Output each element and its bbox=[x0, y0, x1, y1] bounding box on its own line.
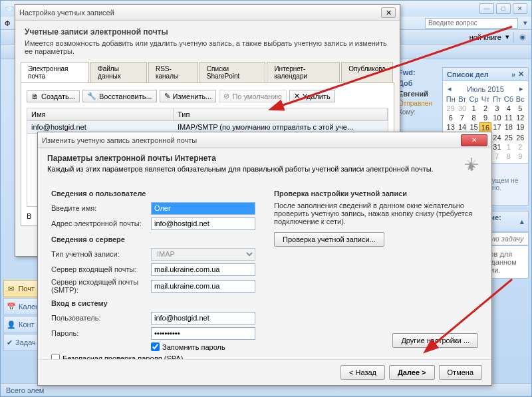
cancel-button[interactable]: Отмена bbox=[439, 365, 482, 380]
default-button[interactable]: ⊘По умолчанию bbox=[219, 90, 286, 102]
tab-calendars[interactable]: Интернет-календари bbox=[267, 62, 340, 82]
nav-tasks[interactable]: ✔Задач bbox=[3, 334, 38, 351]
cal-day[interactable]: 5 bbox=[515, 104, 526, 113]
cal-day[interactable]: 12 bbox=[515, 113, 526, 122]
cal-day[interactable]: 31 bbox=[491, 142, 503, 152]
msg-to-label: Кому: bbox=[398, 108, 438, 116]
menu-file[interactable]: Ф bbox=[5, 19, 10, 27]
minimize-button[interactable]: — bbox=[479, 3, 494, 14]
back-button[interactable]: < Назад bbox=[340, 365, 385, 380]
cal-day[interactable]: 29 bbox=[445, 104, 456, 113]
dlg1-titlebar: Настройка учетных записей ✕ bbox=[15, 5, 400, 21]
tab-rss[interactable]: RSS-каналы bbox=[148, 62, 198, 82]
tab-email[interactable]: Электронная почта bbox=[21, 62, 89, 82]
select-acct-type: IMAP bbox=[151, 248, 255, 261]
chk-remember[interactable] bbox=[151, 342, 160, 351]
dlg2-subtext: Каждый из этих параметров является обяза… bbox=[47, 165, 461, 173]
cal-day[interactable]: 7 bbox=[491, 152, 503, 161]
cal-day[interactable]: 19 bbox=[515, 122, 526, 133]
section-login: Вход в систему bbox=[51, 299, 255, 307]
cal-day[interactable]: 18 bbox=[503, 122, 514, 133]
cal-day[interactable]: 30 bbox=[456, 104, 467, 113]
dlg2-form: Сведения о пользователе Введите имя: Адр… bbox=[38, 180, 491, 369]
tab-data-files[interactable]: Файлы данных bbox=[90, 62, 147, 82]
cal-day[interactable]: 9 bbox=[479, 113, 491, 122]
help-icon[interactable]: ◉ bbox=[518, 33, 527, 42]
tasks-icon: ✔ bbox=[7, 338, 13, 347]
cal-day[interactable]: 2 bbox=[515, 142, 526, 152]
input-user[interactable] bbox=[151, 312, 255, 325]
cal-prev-icon[interactable]: ◂ bbox=[445, 84, 454, 93]
help-search[interactable] bbox=[425, 18, 518, 29]
check-icon: ⊘ bbox=[223, 92, 229, 100]
next-button[interactable]: Далее > bbox=[389, 365, 435, 380]
lbl-user: Пользователь: bbox=[51, 314, 151, 322]
nav-contacts[interactable]: 👤Конт bbox=[3, 316, 38, 333]
cal-day[interactable]: 1 bbox=[468, 104, 479, 113]
cal-day[interactable]: 24 bbox=[491, 133, 503, 142]
dlg1-heading: Учетные записи электронной почты bbox=[25, 27, 390, 37]
edit-button[interactable]: ✎Изменить... bbox=[160, 90, 217, 102]
right-form-col: Проверка настройки учетной записи После … bbox=[274, 184, 478, 365]
mail-icon: ✉ bbox=[7, 284, 15, 293]
help-search-input[interactable] bbox=[428, 19, 515, 27]
cal-day[interactable]: 26 bbox=[515, 133, 526, 142]
lbl-outgoing: Сервер исходящей почты (SMTP): bbox=[51, 278, 151, 294]
col-type[interactable]: Тип bbox=[174, 108, 388, 120]
cal-day[interactable]: 8 bbox=[468, 113, 479, 122]
cal-day[interactable]: 25 bbox=[503, 133, 514, 142]
test-desc: После заполнения сведений в данном окне … bbox=[274, 201, 478, 225]
toolbar-dropdown-icon[interactable]: ▾ bbox=[505, 33, 509, 41]
nav-mail[interactable]: ✉Почт bbox=[3, 280, 38, 297]
restore-button[interactable]: 🔧Восстановить... bbox=[82, 90, 157, 102]
lbl-pass: Пароль: bbox=[51, 329, 151, 337]
delete-icon: ✕ bbox=[294, 92, 300, 100]
toolbar-label: ной книге bbox=[469, 33, 501, 41]
left-form-col: Сведения о пользователе Введите имя: Адр… bbox=[51, 184, 255, 365]
close-button[interactable]: ✕ bbox=[513, 3, 527, 14]
maximize-button[interactable]: □ bbox=[496, 3, 511, 14]
status-text: Всего элем bbox=[6, 386, 44, 394]
cal-day[interactable]: 6 bbox=[445, 113, 456, 122]
dlg2-buttons: < Назад Далее > Отмена bbox=[38, 359, 491, 385]
lbl-remember: Запомнить пароль bbox=[162, 343, 225, 351]
dropdown-arrow-icon[interactable]: ▾ bbox=[523, 19, 527, 27]
col-name[interactable]: Имя bbox=[27, 108, 174, 120]
msg-sent-label: Отправлен bbox=[398, 99, 438, 108]
dlg2-close-button[interactable]: ✕ bbox=[461, 134, 487, 146]
cal-day[interactable]: 9 bbox=[515, 152, 526, 161]
dlg1-tabs: Электронная почта Файлы данных RSS-канал… bbox=[15, 62, 400, 82]
cal-day[interactable]: 8 bbox=[503, 152, 514, 161]
input-outgoing[interactable] bbox=[151, 280, 255, 293]
todo-expand-icon[interactable]: » bbox=[511, 70, 515, 78]
cal-day[interactable]: 11 bbox=[503, 113, 514, 122]
cal-day[interactable]: 17 bbox=[491, 122, 503, 133]
cal-day[interactable]: 1 bbox=[503, 142, 514, 152]
dlg2-title: Изменить учетную запись электронной почт… bbox=[42, 136, 461, 144]
cal-next-icon[interactable]: ▸ bbox=[517, 84, 526, 93]
dlg1-close-button[interactable]: ✕ bbox=[381, 7, 396, 18]
input-pass[interactable] bbox=[151, 327, 255, 340]
nav-calendar[interactable]: 📅Кален bbox=[3, 298, 38, 315]
edit-account-dialog: Изменить учетную запись электронной почт… bbox=[37, 132, 492, 386]
lbl-email: Адрес электронной почты: bbox=[51, 219, 151, 227]
tab-published[interactable]: Опубликова bbox=[341, 62, 393, 82]
input-incoming[interactable] bbox=[151, 263, 255, 276]
dlg2-titlebar: Изменить учетную запись электронной почт… bbox=[38, 132, 491, 148]
message-preview: Fwd: Доб Евгений Отправлен Кому: bbox=[398, 67, 438, 116]
contacts-icon: 👤 bbox=[7, 320, 16, 329]
more-settings-button[interactable]: Другие настройки ... bbox=[392, 333, 478, 348]
create-button[interactable]: 🗎Создать... bbox=[27, 90, 80, 102]
cal-day[interactable]: 3 bbox=[491, 104, 503, 113]
cal-day[interactable]: 7 bbox=[456, 113, 467, 122]
cal-day[interactable]: 2 bbox=[479, 104, 491, 113]
todo-close-icon[interactable]: ✕ bbox=[518, 70, 524, 78]
input-name[interactable] bbox=[151, 202, 255, 215]
cal-day[interactable]: 4 bbox=[503, 104, 514, 113]
tab-sharepoint[interactable]: Списки SharePoint bbox=[200, 62, 266, 82]
cal-day[interactable]: 10 bbox=[491, 113, 503, 122]
delete-button[interactable]: ✕Удалить bbox=[289, 90, 335, 102]
test-account-button[interactable]: Проверка учетной записи... bbox=[274, 232, 384, 247]
lbl-name: Введите имя: bbox=[51, 204, 151, 212]
input-email[interactable] bbox=[151, 217, 255, 230]
